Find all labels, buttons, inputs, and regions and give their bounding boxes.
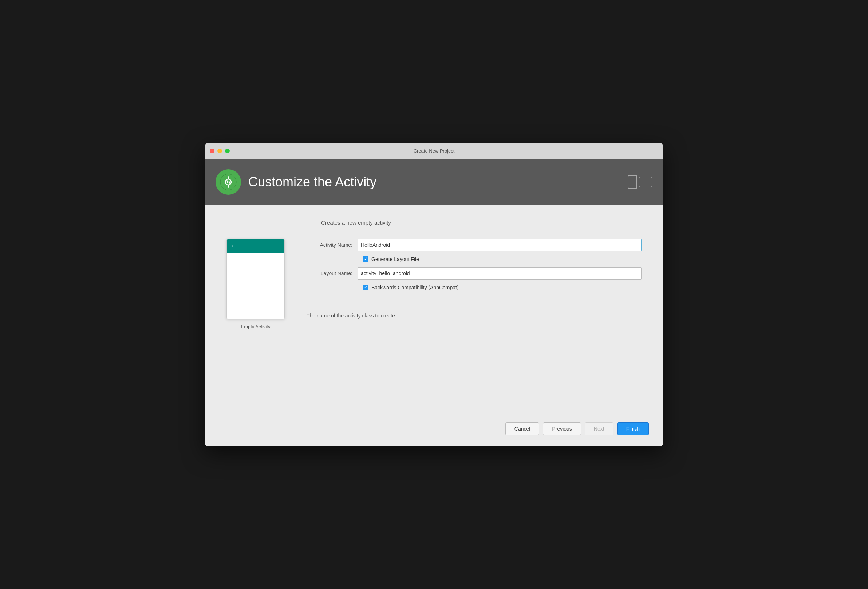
device-icons [628,175,652,189]
back-arrow-icon: ← [230,243,236,249]
window-controls [210,149,230,153]
next-button[interactable]: Next [585,422,614,435]
generate-layout-label: Generate Layout File [371,256,419,262]
backwards-compat-checkbox-label[interactable]: Backwards Compatibility (AppCompat) [363,285,459,291]
svg-point-2 [227,181,229,183]
activity-name-label: Activity Name: [307,242,357,248]
backwards-compat-row: Backwards Compatibility (AppCompat) [363,285,642,291]
footer: Cancel Previous Next Finish [205,416,663,446]
header-title: Customize the Activity [248,174,376,190]
preview-label: Empty Activity [241,324,270,329]
finish-button[interactable]: Finish [617,422,649,435]
generate-layout-checkbox-label[interactable]: Generate Layout File [363,256,419,262]
main-area: ← Empty Activity Activity Name: Gen [226,239,642,329]
generate-layout-checkbox[interactable] [363,256,369,262]
tablet-icon [639,177,652,187]
backwards-compat-checkbox[interactable] [363,285,369,291]
previous-button[interactable]: Previous [543,422,581,435]
close-button[interactable] [210,149,214,153]
maximize-button[interactable] [225,149,230,153]
phone-icon [628,175,637,189]
generate-layout-row: Generate Layout File [363,256,642,262]
content-area: Creates a new empty activity ← Empty Act… [205,205,663,416]
main-window: Create New Project [205,143,663,446]
activity-name-input[interactable] [357,239,642,251]
phone-mockup: ← [226,239,285,319]
layout-name-row: Layout Name: [307,267,642,280]
activity-preview: ← Empty Activity [226,239,285,329]
android-icon [219,173,238,191]
layout-name-input[interactable] [357,267,642,280]
divider [307,305,642,306]
title-bar: Create New Project [205,143,663,159]
header-left: Customize the Activity [216,169,376,195]
phone-body [227,253,284,319]
minimize-button[interactable] [217,149,222,153]
layout-name-label: Layout Name: [307,270,357,276]
android-logo [216,169,241,195]
backwards-compat-label: Backwards Compatibility (AppCompat) [371,285,459,291]
form-area: Activity Name: Generate Layout File Layo… [307,239,642,329]
header: Customize the Activity [205,159,663,205]
content-description: Creates a new empty activity [321,220,642,226]
activity-name-row: Activity Name: [307,239,642,251]
window-title: Create New Project [413,148,455,154]
hint-text: The name of the activity class to create [307,313,642,319]
cancel-button[interactable]: Cancel [505,422,540,435]
phone-toolbar: ← [227,239,284,253]
